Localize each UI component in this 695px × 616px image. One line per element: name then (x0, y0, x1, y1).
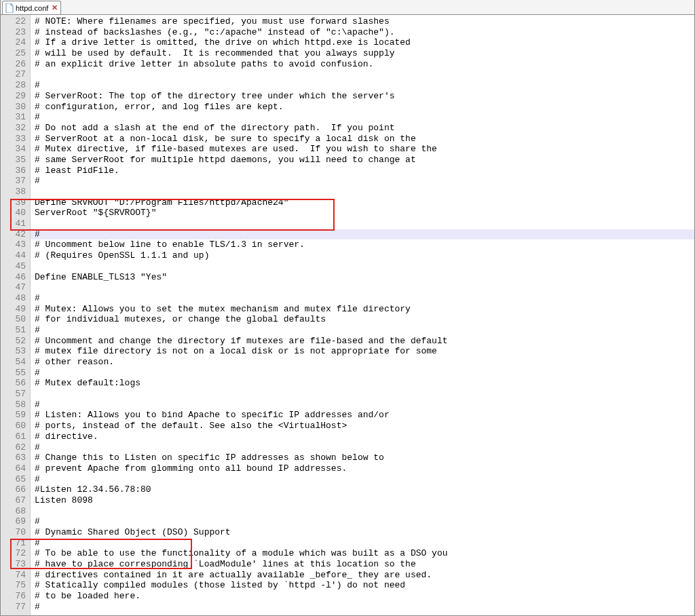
code-line[interactable]: # mutex file directory is not on a local… (35, 346, 694, 357)
line-number: 43 (1, 239, 26, 250)
code-line[interactable]: # (35, 516, 694, 527)
line-number: 60 (1, 421, 26, 431)
code-line[interactable]: # (35, 442, 694, 453)
code-line[interactable]: Define ENABLE_TLS13 "Yes" (35, 272, 694, 283)
code-line[interactable]: # instead of backslashes (e.g., "c:/apac… (35, 27, 694, 38)
line-number: 47 (1, 282, 26, 293)
line-number: 66 (1, 484, 26, 495)
code-line[interactable]: # (Requires OpenSSL 1.1.1 and up) (35, 250, 694, 261)
line-number: 25 (1, 48, 26, 59)
line-number: 40 (1, 208, 26, 218)
code-line[interactable] (35, 506, 694, 517)
code-line[interactable]: # If a drive letter is omitted, the driv… (35, 37, 694, 48)
code-line[interactable]: # (35, 602, 694, 613)
line-number: 61 (1, 431, 26, 442)
file-tab[interactable]: httpd.conf ✕ (2, 1, 61, 14)
code-line[interactable]: # (35, 325, 694, 336)
line-number: 77 (1, 602, 26, 613)
line-number: 63 (1, 453, 26, 463)
line-number: 26 (1, 59, 26, 70)
code-line[interactable]: # NOTE: Where filenames are specified, y… (35, 16, 694, 27)
line-number: 38 (1, 187, 26, 197)
line-number: 72 (1, 548, 26, 559)
code-line[interactable]: #Listen 12.34.56.78:80 (35, 484, 694, 495)
code-line[interactable]: # to be loaded here. (35, 591, 694, 602)
code-line[interactable]: # (35, 368, 694, 379)
line-number: 54 (1, 357, 26, 368)
code-line[interactable]: # least PidFile. (35, 166, 694, 176)
code-line[interactable]: # directive. (35, 431, 694, 442)
line-number: 23 (1, 27, 26, 38)
code-line[interactable] (35, 282, 694, 293)
code-line[interactable] (35, 389, 694, 400)
code-line[interactable]: # Listen: Allows you to bind Apache to s… (35, 410, 694, 421)
code-line[interactable]: Listen 8098 (35, 495, 694, 506)
line-number: 64 (1, 463, 26, 474)
code-line[interactable]: # Mutex default:logs (35, 378, 694, 389)
line-number: 59 (1, 410, 26, 421)
code-line[interactable]: # To be able to use the functionality of… (35, 548, 694, 559)
code-line[interactable]: # ServerRoot at a non-local disk, be sur… (35, 134, 694, 145)
line-number: 58 (1, 400, 26, 410)
code-line[interactable]: # configuration, error, and log files ar… (35, 102, 694, 113)
code-line[interactable]: # (35, 474, 694, 485)
code-line[interactable]: # (35, 80, 694, 91)
code-line[interactable]: # other reason. (35, 357, 694, 368)
line-number-gutter: 2223242526272829303132333435363738394041… (1, 15, 31, 615)
code-line[interactable]: # Statically compiled modules (those lis… (35, 580, 694, 591)
line-number: 28 (1, 80, 26, 91)
line-number: 37 (1, 176, 26, 187)
line-number: 39 (1, 197, 26, 208)
line-number: 53 (1, 346, 26, 357)
code-line[interactable]: # (35, 293, 694, 304)
code-line[interactable]: # prevent Apache from glomming onto all … (35, 463, 694, 474)
line-number: 45 (1, 261, 26, 272)
line-number: 76 (1, 591, 26, 602)
code-line[interactable]: # (35, 400, 694, 410)
line-number: 42 (1, 229, 26, 240)
code-line[interactable]: ServerRoot "${SRVROOT}" (35, 208, 694, 218)
line-number: 29 (1, 91, 26, 102)
close-icon[interactable]: ✕ (52, 3, 58, 12)
line-number: 74 (1, 570, 26, 581)
line-number: 24 (1, 37, 26, 48)
code-line[interactable]: # ports, instead of the default. See als… (35, 421, 694, 431)
editor: 2223242526272829303132333435363738394041… (1, 15, 694, 615)
code-line[interactable]: # Uncomment and change the directory if … (35, 336, 694, 347)
code-line[interactable]: # Do not add a slash at the end of the d… (35, 123, 694, 134)
code-line[interactable]: # directives contained in it are actuall… (35, 570, 694, 581)
code-line[interactable]: # (35, 176, 694, 187)
file-icon (5, 3, 14, 13)
code-line[interactable]: # same ServerRoot for multiple httpd dae… (35, 155, 694, 166)
code-line[interactable]: Define SRVROOT "D:/Program Files/httpd/A… (35, 197, 694, 208)
code-line[interactable]: # will be used by default. It is recomme… (35, 48, 694, 59)
line-number: 52 (1, 336, 26, 347)
code-line[interactable]: # an explicit drive letter in absolute p… (35, 59, 694, 70)
line-number: 71 (1, 538, 26, 549)
line-number: 55 (1, 368, 26, 379)
code-line[interactable] (35, 261, 694, 272)
code-line[interactable]: # Uncomment below line to enable TLS/1.3… (35, 239, 694, 250)
line-number: 57 (1, 389, 26, 400)
code-line[interactable]: # Change this to Listen on specific IP a… (35, 453, 694, 463)
code-line[interactable]: # (35, 538, 694, 549)
line-number: 73 (1, 559, 26, 570)
code-line[interactable]: # ServerRoot: The top of the directory t… (35, 91, 694, 102)
line-number: 69 (1, 516, 26, 527)
code-line[interactable]: # Mutex directive, if file-based mutexes… (35, 144, 694, 155)
code-line[interactable]: # Mutex: Allows you to set the mutex mec… (35, 304, 694, 315)
line-number: 36 (1, 166, 26, 176)
code-line[interactable]: # for individual mutexes, or change the … (35, 314, 694, 325)
line-number: 44 (1, 250, 26, 261)
code-area[interactable]: # NOTE: Where filenames are specified, y… (31, 15, 694, 615)
code-line[interactable] (35, 187, 694, 197)
line-number: 65 (1, 474, 26, 485)
code-line[interactable]: # Dynamic Shared Object (DSO) Support (35, 527, 694, 538)
code-line[interactable]: # have to place corresponding `LoadModul… (35, 559, 694, 570)
line-number: 33 (1, 134, 26, 145)
code-line[interactable] (35, 69, 694, 80)
line-number: 48 (1, 293, 26, 304)
code-line[interactable]: # (35, 112, 694, 123)
code-line[interactable] (35, 218, 694, 229)
code-line[interactable]: # (31, 229, 694, 240)
